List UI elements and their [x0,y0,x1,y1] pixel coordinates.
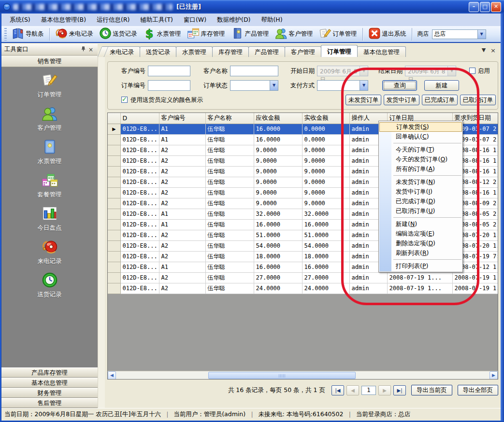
row-selector-cell[interactable] [108,209,120,219]
toolbar-button-库存管理[interactable]: 库存管理 [184,26,228,42]
table-cell[interactable]: 012D-E8... [120,166,159,177]
table-cell[interactable]: A1 [159,134,205,145]
table-cell[interactable]: 16.0000 [254,219,302,230]
row-selector-cell[interactable] [108,198,120,209]
context-menu-item-订单发货(S)[interactable]: 订单发货(S) [379,122,462,132]
customer-name-input[interactable] [230,66,278,76]
tab-来电记录[interactable]: 来电记录 [103,46,140,57]
table-cell[interactable]: A2 [159,240,205,251]
sidebar-item-送货记录[interactable]: 送货记录 [38,272,62,299]
row-selector-cell[interactable] [108,177,120,187]
table-cell[interactable]: 9.0000 [302,177,349,187]
table-cell[interactable]: A1 [159,124,205,134]
page-number-input[interactable]: 1 [361,386,376,395]
tab-订单管理[interactable]: 订单管理 [321,45,358,57]
scroll-left-icon[interactable]: ◀ [108,371,116,380]
table-cell[interactable]: 012D-E8... [120,209,159,219]
column-header[interactable]: 实收金额 [302,113,349,124]
table-cell[interactable]: 9.0000 [302,145,349,155]
table-cell[interactable]: 16.0000 [302,219,349,230]
menu-item[interactable]: 基本信息管理(B) [36,14,91,26]
table-cell[interactable]: 9.0000 [254,198,302,209]
toolbar-grip[interactable] [4,28,7,41]
toolbar-button-订单管理[interactable]: 订单管理 [316,26,360,42]
sidebar-group-产品库存管理[interactable]: 产品库存管理 [1,367,98,378]
table-cell[interactable]: 9.0000 [302,166,349,177]
context-menu-item-新建(N)[interactable]: 新建(N) [379,219,462,229]
context-menu-item-今天的发货订单(O)[interactable]: 今天的发货订单(O) [379,155,462,164]
row-selector-cell[interactable] [108,155,120,166]
table-row[interactable]: 012D-E8...A2伍华聪24.000024.0000admin2008-0… [108,283,498,294]
toolbar-button-退出系统[interactable]: 退出系统 [365,26,409,42]
sidebar-group-基本信息管理[interactable]: 基本信息管理 [1,378,98,388]
tab-产品管理[interactable]: 产品管理 [248,46,285,57]
table-cell[interactable]: 伍华聪 [205,134,254,145]
table-cell[interactable]: 012D-E8... [120,283,159,294]
store-dropdown-icon[interactable]: ▼ [477,30,486,39]
context-menu-item-回单确认(C)[interactable]: 回单确认(C) [379,132,462,141]
table-cell[interactable]: 伍华聪 [205,230,254,240]
table-cell[interactable]: 伍华聪 [205,155,254,166]
table-cell[interactable]: 012D-E8... [120,251,159,262]
minimize-button[interactable]: – [469,2,479,12]
table-cell[interactable]: 伍华聪 [205,251,254,262]
menu-item[interactable]: 窗口(W) [178,14,212,26]
first-page-button[interactable]: |◀ [331,385,344,395]
menu-item[interactable]: 运行信息(R) [91,14,135,26]
table-cell[interactable]: 伍华聪 [205,187,254,198]
context-menu-item-打印列表(P)[interactable]: 打印列表(P) [379,261,462,271]
column-header[interactable]: 应收金额 [254,113,302,124]
context-menu-item-编辑选定项(E)[interactable]: 编辑选定项(E) [379,229,462,239]
table-cell[interactable]: 54.0000 [302,240,349,251]
order-status-select[interactable]: ▼ [230,80,278,91]
table-cell[interactable]: A2 [159,145,205,155]
row-selector-cell[interactable] [108,134,120,145]
table-cell[interactable]: 27.0000 [254,272,302,283]
column-header[interactable] [108,113,120,124]
table-cell[interactable]: 012D-E8... [120,240,159,251]
toolbar-button-来电记录[interactable]: 来电记录 [52,26,96,42]
table-cell[interactable]: 16.0000 [254,124,302,134]
table-cell[interactable]: 012D-E8... [120,198,159,209]
table-cell[interactable]: A2 [159,283,205,294]
table-cell[interactable]: 伍华聪 [205,166,254,177]
new-button[interactable]: 新建 [424,80,459,91]
table-cell[interactable]: A2 [159,230,205,240]
table-cell[interactable]: A2 [159,272,205,283]
table-cell[interactable]: A2 [159,251,205,262]
tool-window-close-icon[interactable]: × [87,46,95,53]
table-cell[interactable]: 9.0000 [302,155,349,166]
row-selector-cell[interactable] [108,262,120,272]
table-cell[interactable]: 9.0000 [254,155,302,166]
toolbar-button-产品管理[interactable]: 产品管理 [228,26,272,42]
table-cell[interactable]: 27.0000 [302,272,349,283]
query-button[interactable]: 查询 [382,80,417,91]
store-combobox[interactable]: 总店▼ [432,29,486,39]
table-cell[interactable]: 伍华聪 [205,177,254,187]
table-cell[interactable]: 伍华聪 [205,262,254,272]
table-cell[interactable]: 012D-E8... [120,230,159,240]
table-cell[interactable]: 012D-E8... [120,124,159,134]
table-cell[interactable]: 16.0000 [302,262,349,272]
order-status-dropdown-icon[interactable]: ▼ [270,81,278,90]
context-menu-item-刷新列表(R)[interactable]: 刷新列表(R) [379,248,462,258]
row-selector-cell[interactable] [108,230,120,240]
table-cell[interactable]: 012D-E8... [120,187,159,198]
table-cell[interactable]: admin [349,283,387,294]
row-selector-cell[interactable] [108,166,120,177]
tab-水票管理[interactable]: 水票管理 [176,46,213,57]
table-cell[interactable]: 0.0000 [302,124,349,134]
status-filter-button-已完成订单[interactable]: 已完成订单 [422,95,458,105]
row-selector-cell[interactable]: ▶ [108,124,120,134]
table-cell[interactable]: A2 [159,198,205,209]
tab-客户管理[interactable]: 客户管理 [285,46,321,57]
table-cell[interactable]: A1 [159,219,205,230]
context-menu-item-已完成订单(D)[interactable]: 已完成订单(D) [379,197,462,206]
table-cell[interactable]: admin [349,272,387,283]
horizontal-scrollbar[interactable]: ◀ ▶ [108,371,498,379]
table-cell[interactable]: 012D-E8... [120,262,159,272]
table-cell[interactable]: 16.0000 [254,262,302,272]
sidebar-group-财务管理[interactable]: 财务管理 [1,388,98,398]
table-cell[interactable]: 18.0000 [302,251,349,262]
table-cell[interactable]: 012D-E8... [120,155,159,166]
